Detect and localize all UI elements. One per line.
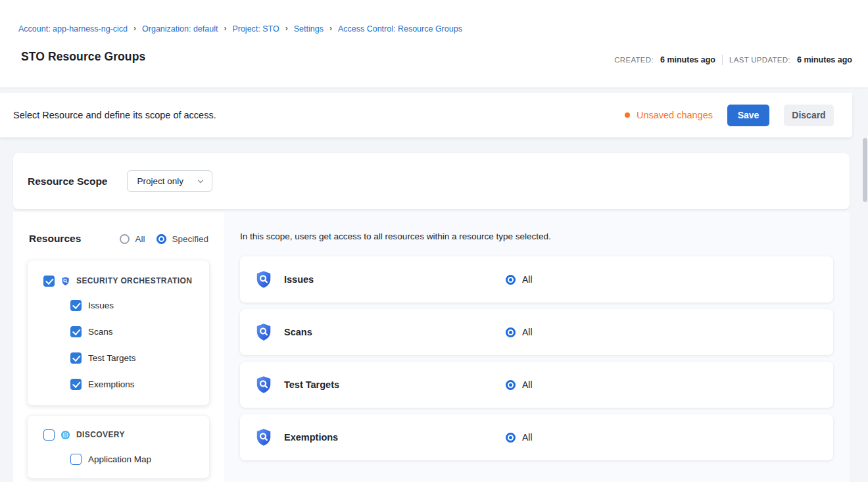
row-label: Test Targets: [284, 379, 339, 390]
breadcrumb-separator-icon: ›: [285, 24, 288, 33]
resource-scope-selected-value: Project only: [137, 176, 183, 186]
vertical-scrollbar[interactable]: [863, 138, 867, 202]
content-section: Resources All Specified: [13, 212, 850, 482]
resource-scope-select[interactable]: Project only: [127, 170, 212, 192]
access-row-issues: Issues All: [240, 256, 833, 302]
page-title: STO Resource Groups: [21, 50, 145, 64]
scope-description: In this scope, users get access to all r…: [240, 231, 850, 241]
radio-all-label: All: [135, 234, 145, 244]
unsaved-dot-icon: [625, 112, 630, 118]
breadcrumb-project[interactable]: Project: STO: [232, 24, 279, 34]
breadcrumb-settings[interactable]: Settings: [294, 24, 324, 34]
toolbar-actions: Unsaved changes Save Discard: [625, 105, 834, 126]
security-orchestration-checkbox[interactable]: [43, 276, 55, 287]
issues-label: Issues: [88, 301, 114, 310]
row-access-control: All: [506, 274, 533, 285]
access-all-radio[interactable]: [506, 433, 516, 443]
resource-item-issues[interactable]: Issues: [28, 292, 209, 318]
access-row-exemptions: Exemptions All: [240, 414, 833, 460]
unsaved-changes-indicator: Unsaved changes: [625, 110, 713, 120]
row-label: Exemptions: [284, 432, 338, 443]
group-title: DISCOVERY: [76, 430, 125, 439]
breadcrumb-separator-icon: ›: [329, 24, 332, 33]
radio-specified-icon[interactable]: [157, 234, 166, 244]
access-all-label: All: [522, 274, 533, 285]
security-shield-scan-icon: [254, 322, 274, 342]
breadcrumb-account[interactable]: Account: app-harness-ng-cicd: [18, 24, 128, 34]
created-label: CREATED:: [614, 56, 654, 64]
access-all-radio[interactable]: [506, 327, 516, 337]
access-row-scans: Scans All: [240, 309, 833, 355]
meta-divider: [722, 55, 723, 65]
resource-group-security-orchestration: SECURITY ORCHESTRATION Issues Scans Test…: [27, 260, 210, 406]
discovery-checkbox[interactable]: [43, 429, 55, 441]
row-access-control: All: [506, 327, 533, 337]
breadcrumb: Account: app-harness-ng-cicd › Organizat…: [18, 24, 462, 34]
last-updated-label: LAST UPDATED:: [729, 56, 790, 64]
test-targets-checkbox[interactable]: [70, 352, 82, 364]
radio-option-all[interactable]: All: [120, 234, 145, 244]
breadcrumb-separator-icon: ›: [224, 24, 226, 33]
row-access-control: All: [506, 432, 533, 443]
test-targets-label: Test Targets: [88, 353, 136, 363]
exemptions-checkbox[interactable]: [70, 379, 82, 390]
row-access-control: All: [506, 379, 533, 390]
access-all-label: All: [522, 379, 533, 390]
last-updated-value: 6 minutes ago: [797, 55, 852, 64]
radio-specified-label: Specified: [172, 234, 208, 244]
page-header: Account: app-harness-ng-cicd › Organizat…: [0, 0, 868, 87]
scans-checkbox[interactable]: [70, 326, 82, 337]
save-button[interactable]: Save: [727, 105, 769, 126]
security-shield-scan-icon: [60, 276, 70, 286]
resource-scope-label: Resource Scope: [28, 176, 107, 187]
resource-scope-card: Resource Scope Project only: [13, 153, 850, 209]
discovery-radar-icon: [60, 430, 70, 440]
application-map-label: Application Map: [88, 454, 151, 464]
resources-mode-radio-group: All Specified: [120, 234, 208, 244]
security-shield-scan-icon: [254, 270, 274, 289]
action-toolbar: Select Resource and define its scope of …: [0, 93, 852, 137]
group-header-row[interactable]: SECURITY ORCHESTRATION: [28, 270, 209, 292]
created-value: 6 minutes ago: [660, 55, 715, 64]
issues-checkbox[interactable]: [70, 300, 82, 311]
access-row-test-targets: Test Targets All: [240, 362, 833, 408]
security-shield-scan-icon: [254, 427, 274, 447]
group-title: SECURITY ORCHESTRATION: [76, 276, 192, 285]
resource-group-discovery: DISCOVERY Application Map: [27, 415, 210, 479]
header-meta: CREATED: 6 minutes ago LAST UPDATED: 6 m…: [614, 55, 852, 65]
scans-label: Scans: [88, 327, 113, 337]
resources-panel-header: Resources All Specified: [13, 212, 224, 245]
unsaved-changes-label: Unsaved changes: [637, 110, 713, 120]
access-all-label: All: [522, 327, 533, 337]
group-header-row[interactable]: DISCOVERY: [28, 423, 209, 446]
resources-panel: Resources All Specified: [13, 212, 224, 482]
toolbar-description: Select Resource and define its scope of …: [13, 110, 216, 120]
security-shield-scan-icon: [254, 375, 274, 395]
discard-button[interactable]: Discard: [784, 105, 834, 126]
application-map-checkbox[interactable]: [70, 454, 82, 465]
breadcrumb-access-control[interactable]: Access Control: Resource Groups: [338, 24, 462, 34]
radio-option-specified[interactable]: Specified: [157, 234, 208, 244]
resource-item-exemptions[interactable]: Exemptions: [28, 371, 209, 397]
access-all-label: All: [522, 432, 533, 443]
resource-item-scans[interactable]: Scans: [28, 318, 209, 345]
access-all-radio[interactable]: [506, 380, 516, 390]
row-label: Issues: [284, 274, 314, 285]
exemptions-label: Exemptions: [88, 379, 135, 389]
access-all-radio[interactable]: [506, 275, 516, 285]
radio-all-icon[interactable]: [120, 234, 130, 244]
row-label: Scans: [284, 327, 312, 337]
resource-item-application-map[interactable]: Application Map: [28, 446, 209, 472]
chevron-down-icon: [197, 178, 204, 185]
scope-access-main-area: In this scope, users get access to all r…: [224, 212, 850, 482]
resource-item-test-targets[interactable]: Test Targets: [28, 345, 209, 371]
breadcrumb-organization[interactable]: Organization: default: [142, 24, 218, 34]
breadcrumb-separator-icon: ›: [133, 24, 136, 33]
resources-title: Resources: [29, 233, 81, 245]
